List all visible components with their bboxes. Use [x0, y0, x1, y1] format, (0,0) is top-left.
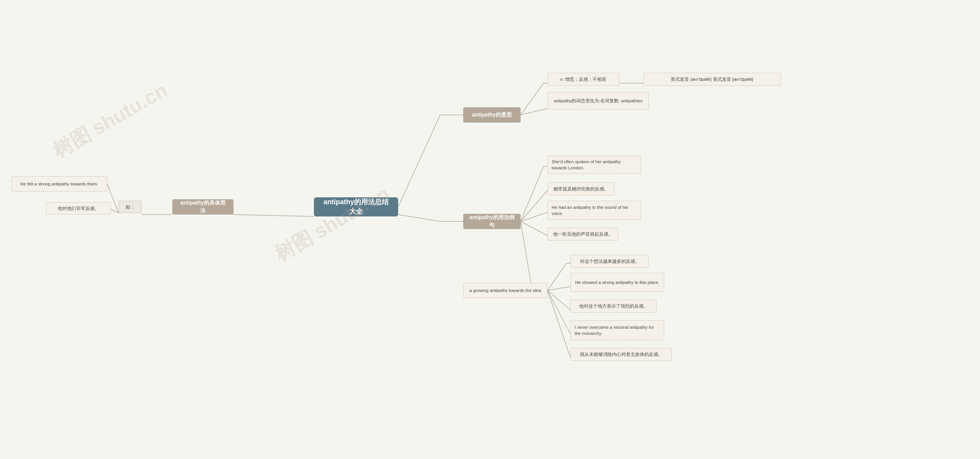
node-ex-voice-cn: 他一听见他的声音就起反感。 — [547, 228, 618, 241]
svg-line-3 — [111, 209, 119, 213]
node-growing-antipathy: a growing antipathy towards the idea — [463, 283, 547, 298]
node-ex-london-en: She'd often spoken of her antipathy towa… — [547, 156, 641, 174]
svg-line-12 — [521, 108, 547, 115]
node-example-en-1: He felt a strong antipathy towards them. — [11, 176, 107, 192]
svg-line-8 — [521, 83, 544, 115]
svg-line-19 — [521, 221, 547, 236]
svg-line-22 — [547, 263, 567, 290]
node-place-en: He showed a strong antipathy to this pla… — [570, 273, 664, 292]
mind-map-canvas: 树图 shutu.cn 树图 shutu.cn antipathy的用法总结大全… — [0, 0, 980, 459]
svg-line-6 — [398, 115, 440, 207]
connection-lines — [0, 0, 980, 459]
svg-line-24 — [547, 287, 570, 290]
root-node[interactable]: antipathy的用法总结大全 — [314, 197, 398, 216]
watermark-1: 树图 shutu.cn — [48, 77, 172, 164]
node-example-intro: 如： — [119, 201, 142, 213]
svg-line-20 — [521, 221, 532, 290]
svg-line-25 — [547, 290, 570, 310]
node-monarchy-cn: 我从未能够消除内心对君主政体的反感。 — [570, 348, 672, 361]
watermark-2: 树图 shutu.cn — [270, 180, 394, 268]
svg-line-18 — [521, 212, 547, 221]
node-place-cn: 他对这个地方表示了强烈的反感。 — [570, 300, 657, 313]
node-meaning[interactable]: antipathy的意思 — [463, 107, 521, 123]
svg-line-13 — [398, 215, 440, 221]
node-ex-london-cn: 她常提及她对伦敦的反感。 — [547, 182, 614, 195]
node-meaning-def: n. 憎恶；反感；不相容 — [547, 73, 619, 86]
node-monarchy-en: I never overcame a visceral antipathy fo… — [570, 320, 664, 340]
svg-line-17 — [521, 190, 547, 221]
node-meaning-plural: antipathy的词态变化为:名词复数: antipathies — [547, 92, 649, 110]
node-ex-voice-en: He had an antipathy to the sound of his … — [547, 201, 641, 220]
node-example-cn-1: 他对他们非常反感。 — [46, 202, 111, 215]
svg-line-27 — [547, 290, 570, 357]
svg-line-0 — [234, 215, 314, 216]
svg-line-26 — [547, 290, 570, 334]
svg-line-15 — [521, 166, 544, 221]
node-usage-examples[interactable]: antipathy的用法例句 — [463, 214, 521, 229]
node-meaning-pronunciation: 英式发音 [æn'tɪpəθi] 美式发音 [æn'tɪpəθi] — [643, 73, 781, 86]
node-specific-usage[interactable]: antipathy的具体用法 — [172, 199, 234, 215]
node-idea-cn: 对这个想法越来越多的反感。 — [570, 255, 649, 268]
